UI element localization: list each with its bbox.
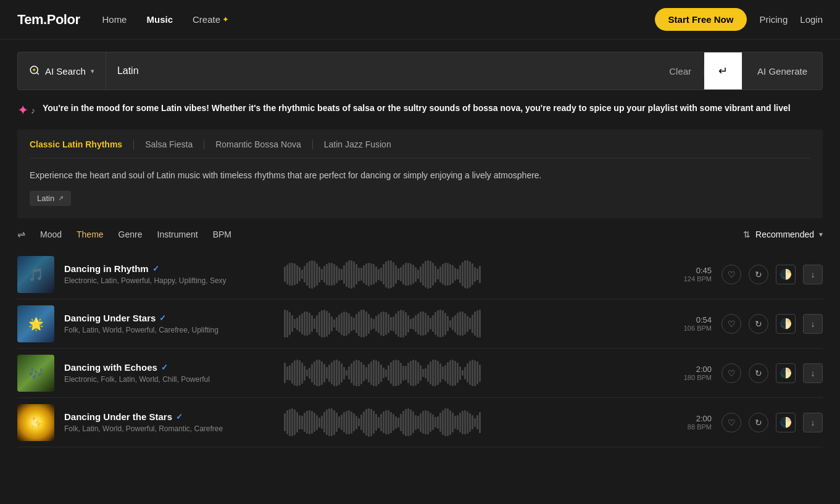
ai-search-button[interactable]: AI Search ▾ bbox=[18, 52, 106, 89]
wave-bar bbox=[395, 360, 397, 386]
wave-bar bbox=[311, 315, 313, 332]
tabs-section: Classic Latin Rhythms Salsa Fiesta Roman… bbox=[17, 130, 823, 218]
download-button[interactable]: ↓ bbox=[803, 413, 823, 432]
wave-bar bbox=[318, 266, 320, 283]
like-button[interactable]: ♡ bbox=[721, 265, 741, 284]
track-meta: 0:45 124 BPM bbox=[638, 266, 712, 283]
palette-button[interactable]: 🌓 bbox=[776, 314, 796, 334]
track-thumbnail[interactable]: ✨ bbox=[17, 404, 54, 441]
wave-bar bbox=[464, 260, 466, 288]
wave-bar bbox=[393, 360, 394, 386]
wave-bar bbox=[331, 263, 333, 286]
like-button[interactable]: ♡ bbox=[721, 363, 741, 383]
search-input[interactable] bbox=[106, 65, 657, 76]
filter-theme[interactable]: Theme bbox=[77, 229, 104, 239]
wave-bar bbox=[474, 360, 476, 386]
wave-bar bbox=[328, 313, 330, 334]
sparkle-icon: ✦ bbox=[17, 102, 28, 118]
sync-button[interactable]: ↻ bbox=[749, 413, 768, 432]
clear-button[interactable]: Clear bbox=[657, 66, 704, 76]
filter-bpm[interactable]: BPM bbox=[213, 229, 231, 239]
wave-bar bbox=[407, 408, 409, 436]
filter-instrument[interactable]: Instrument bbox=[157, 229, 198, 239]
track-title: Dancing in Rhythm ✓ bbox=[64, 263, 274, 274]
palette-button[interactable]: 🌓 bbox=[776, 363, 796, 383]
filter-mood[interactable]: Mood bbox=[40, 229, 62, 239]
track-thumbnail[interactable]: 🎵 bbox=[17, 256, 54, 293]
wave-bar bbox=[284, 266, 286, 282]
wave-bar bbox=[311, 260, 313, 289]
wave-bar bbox=[323, 310, 325, 337]
pricing-link[interactable]: Pricing bbox=[759, 14, 788, 25]
ai-generate-button[interactable]: AI Generate bbox=[742, 52, 822, 89]
wave-bar bbox=[457, 269, 459, 279]
wave-bar bbox=[333, 410, 335, 435]
track-thumbnail[interactable]: 🌟 bbox=[17, 305, 54, 342]
wave-bar bbox=[296, 265, 298, 284]
search-section: AI Search ▾ Clear ↵ AI Generate bbox=[0, 39, 840, 90]
wave-bar bbox=[318, 360, 320, 386]
filter-genre[interactable]: Genre bbox=[119, 229, 143, 239]
tab-salsa-fiesta[interactable]: Salsa Fiesta bbox=[133, 139, 204, 149]
wave-bar bbox=[412, 360, 414, 386]
wave-bar bbox=[476, 310, 478, 337]
wave-bar bbox=[296, 412, 298, 432]
sort-chevron-icon[interactable]: ▾ bbox=[819, 230, 823, 239]
search-enter-button[interactable]: ↵ bbox=[704, 52, 742, 89]
sync-button[interactable]: ↻ bbox=[749, 363, 768, 383]
sort-value[interactable]: Recommended bbox=[755, 229, 814, 239]
track-actions: ♡ ↻ 🌓 ↓ bbox=[721, 363, 823, 383]
like-button[interactable]: ♡ bbox=[721, 314, 741, 334]
track-thumbnail[interactable]: 🎶 bbox=[17, 355, 54, 392]
wave-bar bbox=[338, 361, 340, 385]
wave-bar bbox=[393, 262, 394, 287]
palette-button[interactable]: 🌓 bbox=[776, 413, 796, 432]
wave-bar bbox=[415, 415, 417, 430]
nav-home[interactable]: Home bbox=[102, 14, 127, 25]
wave-bar bbox=[449, 360, 451, 386]
thumb-inner: 🎵 bbox=[17, 256, 54, 293]
tab-classic-latin[interactable]: Classic Latin Rhythms bbox=[30, 139, 133, 149]
download-button[interactable]: ↓ bbox=[803, 314, 823, 334]
tab-latin-jazz[interactable]: Latin Jazz Fusion bbox=[312, 139, 402, 149]
wave-bar bbox=[351, 316, 352, 331]
search-bar: AI Search ▾ Clear ↵ AI Generate bbox=[17, 52, 823, 90]
wave-bar bbox=[360, 415, 362, 430]
nav-create[interactable]: Create ✦ bbox=[193, 14, 229, 25]
wave-bar bbox=[395, 313, 397, 334]
wave-bar bbox=[472, 360, 473, 386]
wave-bar bbox=[336, 266, 338, 283]
filter-sliders-icon[interactable]: ⇌ bbox=[17, 228, 25, 240]
login-link[interactable]: Login bbox=[800, 14, 823, 25]
wave-bar bbox=[353, 262, 355, 287]
waveform[interactable] bbox=[284, 262, 628, 287]
wave-bar bbox=[304, 366, 306, 381]
wave-bar bbox=[467, 411, 468, 434]
wave-bar bbox=[462, 411, 464, 434]
wave-bar bbox=[417, 313, 419, 334]
download-button[interactable]: ↓ bbox=[803, 363, 823, 383]
track-name[interactable]: Dancing in Rhythm bbox=[64, 263, 149, 274]
like-button[interactable]: ♡ bbox=[721, 413, 741, 432]
track-name[interactable]: Dancing Under Stars bbox=[64, 313, 156, 323]
nav-music[interactable]: Music bbox=[146, 14, 173, 25]
logo[interactable]: Tem.Polor bbox=[17, 12, 80, 28]
track-name[interactable]: Dancing Under the Stars bbox=[64, 411, 172, 422]
start-free-button[interactable]: Start Free Now bbox=[655, 8, 747, 31]
wave-bar bbox=[306, 263, 308, 286]
waveform[interactable] bbox=[284, 312, 628, 336]
tab-romantic-bossa[interactable]: Romantic Bossa Nova bbox=[204, 139, 312, 149]
sync-button[interactable]: ↻ bbox=[749, 265, 768, 284]
tabs-row: Classic Latin Rhythms Salsa Fiesta Roman… bbox=[30, 139, 810, 159]
wave-bar bbox=[331, 316, 333, 331]
download-button[interactable]: ↓ bbox=[803, 265, 823, 284]
waveform[interactable] bbox=[284, 361, 628, 386]
wave-bar bbox=[476, 268, 478, 280]
wave-bar bbox=[286, 410, 288, 434]
track-name[interactable]: Dancing with Echoes bbox=[64, 362, 157, 373]
track-tags: Electronic, Folk, Latin, World, Chill, P… bbox=[64, 375, 274, 384]
tab-tag[interactable]: Latin ↗ bbox=[30, 191, 71, 206]
palette-button[interactable]: 🌓 bbox=[776, 265, 796, 284]
waveform[interactable] bbox=[284, 410, 628, 435]
sync-button[interactable]: ↻ bbox=[749, 314, 768, 334]
